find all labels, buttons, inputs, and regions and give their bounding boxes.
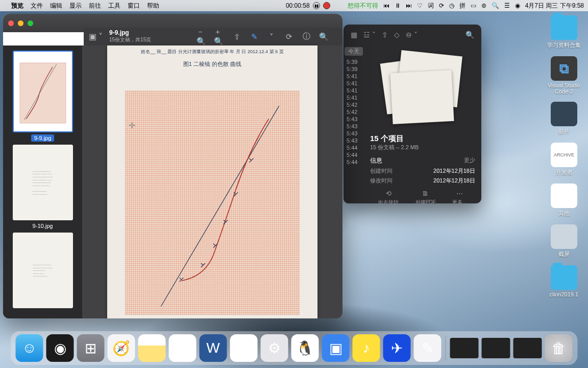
dock-feishu[interactable]: ✈ — [383, 334, 411, 362]
document-subtitle: 15份文稿，共15页 — [109, 36, 151, 43]
sidebar-toggle[interactable]: ▣ ˅ — [89, 32, 103, 41]
finder-share-icon[interactable]: ⇪ — [382, 31, 388, 39]
dock-word[interactable]: W — [200, 334, 227, 362]
dock[interactable]: ☺ ◉ ⊞ 🧭 ✿ W ☁ ⚙ 🐧 ▣ ♪ ✈ ✎ 🗑 — [11, 331, 578, 365]
timer-text: 00:00:58 — [286, 2, 310, 9]
finder-info-window[interactable]: ▦ ☳ ˅ ⇪ ◇ ⊖ ˅ 🔍 今天 5:39 5:39 5:41 5:41 5… — [344, 25, 481, 203]
dock-safari[interactable]: 🧭 — [108, 334, 135, 362]
dock-trash[interactable]: 🗑 — [545, 334, 573, 362]
wifi-icon[interactable]: ⊚ — [481, 2, 486, 9]
dock-finder[interactable]: ☺ — [16, 334, 43, 362]
window-minimize-button[interactable] — [18, 20, 23, 26]
markup-menu[interactable]: ˅ — [266, 31, 277, 42]
input-method-icon[interactable]: 拼 — [459, 2, 465, 10]
dock-minimized-2[interactable] — [482, 338, 510, 358]
heart-icon[interactable]: ♡ — [417, 2, 423, 9]
dock-minimized-3[interactable] — [513, 338, 542, 358]
menu-tools[interactable]: 工具 — [108, 2, 120, 10]
finder-group-icon[interactable]: ☳ ˅ — [363, 31, 376, 39]
dock-minimized-1[interactable] — [450, 338, 479, 358]
dock-zoom[interactable]: ▣ — [322, 334, 350, 362]
dock-qqmusic[interactable]: ♪ — [353, 334, 380, 362]
rotate-icon: ⟲ — [386, 190, 391, 197]
lyric-icon[interactable]: 词 — [428, 2, 434, 10]
finder-time-list[interactable]: 今天 5:39 5:39 5:41 5:41 5:41 5:41 5:42 5:… — [344, 45, 364, 203]
thumbnail-image — [13, 51, 73, 132]
menu-go[interactable]: 前往 — [89, 2, 101, 10]
finder-action-icon[interactable]: ⊖ ˅ — [406, 31, 418, 39]
control-center-icon[interactable]: ☰ — [504, 2, 510, 9]
dock-baidupan[interactable]: ☁ — [230, 334, 258, 362]
window-close-button[interactable] — [8, 20, 14, 26]
share-button[interactable]: ⇪ — [231, 31, 242, 42]
desktop-vscode[interactable]: ⧉Visual Studio Code-2 — [546, 56, 582, 95]
menu-help[interactable]: 帮助 — [147, 2, 159, 10]
document-image: 姓名__ 班__ 题目 分光计测量玻璃的折射率 年 月 日 2012.12.4 … — [107, 45, 317, 318]
screen-record-timer[interactable]: 00:00:58 ▮▮ — [286, 2, 330, 9]
thumbnail-1[interactable]: 9-9.jpg — [13, 51, 73, 142]
app-menu[interactable]: 预览 — [11, 2, 23, 10]
desktop-other[interactable]: 其他 — [546, 183, 582, 217]
zoom-out-button[interactable]: －🔍 — [197, 31, 208, 42]
modified-label: 修改时间 — [370, 177, 393, 185]
finder-item-size: 15 份文稿 – 2.2 MB — [370, 144, 475, 151]
menubar: 预览 文件 编辑 显示 前往 工具 窗口 帮助 00:00:58 ▮▮ 想得不可… — [0, 0, 588, 11]
desktop-folder-study[interactable]: 学习资料合集 — [546, 15, 582, 49]
desktop-folder-clion[interactable]: clion2019.1 — [546, 265, 582, 297]
thumbnail-sidebar[interactable]: 9-9.jpg ――――――――――――― ――― ――――――――――――――… — [3, 45, 82, 318]
dock-typora[interactable]: ✎ — [414, 334, 442, 362]
doc-header-line1: 姓名__ 班__ 题目 分光计测量玻璃的折射率 年 月 日 2012.12.4 … — [117, 49, 307, 55]
menu-window[interactable]: 窗口 — [128, 2, 140, 10]
thumbnail-image: ――――――――――――― ――― ――――――――――― ――――――――― — [13, 233, 73, 308]
finder-less-button[interactable]: 更少 — [464, 156, 475, 165]
window-zoom-button[interactable] — [28, 20, 33, 26]
preview-canvas[interactable]: 姓名__ 班__ 题目 分光计测量玻璃的折射率 年 月 日 2012.12.4 … — [82, 45, 342, 318]
action-rotate-left[interactable]: ⟲向左旋转 — [378, 190, 399, 203]
thumbnail-3[interactable]: ――――――――――――― ――― ――――――――――― ――――――――― — [13, 233, 73, 308]
dock-settings[interactable]: ⚙ — [261, 334, 288, 362]
desktop-developer[interactable]: ARCHIVE开发者 — [546, 143, 582, 176]
dock-notes[interactable] — [138, 334, 166, 362]
finder-tag-icon[interactable]: ◇ — [394, 31, 400, 39]
created-label: 创建时间 — [370, 167, 393, 175]
svg-rect-0 — [20, 63, 66, 123]
pdf-icon: 🗎 — [422, 190, 429, 197]
finder-tab-today[interactable]: 今天 — [345, 47, 363, 56]
preview-window[interactable]: ▣ ˅ －🔍 ＋🔍 ⇪ ✎ ˅ ⟳ ⓘ 🔍 9-9.jpg 15份文稿，共15页 — [3, 14, 342, 318]
desktop-movies[interactable]: 影片 — [546, 102, 582, 135]
menu-view[interactable]: 显示 — [69, 2, 82, 10]
info-button[interactable]: ⓘ — [301, 31, 312, 42]
zoom-in-button[interactable]: ＋🔍 — [214, 31, 225, 42]
rotate-button[interactable]: ⟳ — [283, 31, 295, 42]
pause-icon[interactable]: ⏸ — [395, 2, 401, 9]
finder-info-label: 信息 — [370, 156, 382, 165]
markup-button[interactable]: ✎ — [249, 31, 260, 42]
siri-icon[interactable]: ◉ — [515, 2, 520, 9]
clock-icon[interactable]: ◷ — [449, 2, 454, 9]
selection-crosshair-icon[interactable]: ✛ — [129, 121, 135, 130]
dock-launchpad[interactable]: ⊞ — [77, 334, 105, 362]
record-pause-icon[interactable]: ▮▮ — [313, 2, 320, 9]
dock-photos[interactable]: ✿ — [169, 334, 197, 362]
thumbnail-2[interactable]: ――――――――――――― ――― ――――――――――――――― ―――― ―… — [13, 145, 73, 229]
menu-file[interactable]: 文件 — [31, 2, 43, 10]
menu-edit[interactable]: 编辑 — [50, 2, 62, 10]
search-button[interactable]: 🔍 — [318, 31, 329, 42]
finder-search-icon[interactable]: 🔍 — [465, 31, 474, 39]
spotlight-icon[interactable]: 🔍 — [492, 2, 499, 9]
desktop-screenshots[interactable]: 截屏 — [546, 224, 582, 258]
prev-track-icon[interactable]: ⏮ — [383, 2, 389, 9]
dock-siri[interactable]: ◉ — [46, 334, 74, 362]
finder-item-count: 15 个项目 — [370, 134, 475, 144]
lyric-text[interactable]: 想得不可得 — [348, 2, 378, 10]
battery-icon[interactable]: ▭ — [471, 2, 476, 9]
sync-icon[interactable]: ⟳ — [439, 2, 444, 9]
datetime[interactable]: 4月7日 周三 下午9:58 — [525, 2, 584, 10]
thumbnail-label: 9-9.jpg — [31, 134, 55, 142]
next-track-icon[interactable]: ⏭ — [406, 2, 412, 9]
action-more[interactable]: ⋯更多... — [452, 190, 467, 203]
dock-qq[interactable]: 🐧 — [291, 334, 319, 362]
finder-view-icon[interactable]: ▦ — [351, 31, 357, 39]
record-stop-icon[interactable] — [323, 2, 330, 9]
action-create-pdf[interactable]: 🗎创建PDF — [415, 190, 436, 203]
